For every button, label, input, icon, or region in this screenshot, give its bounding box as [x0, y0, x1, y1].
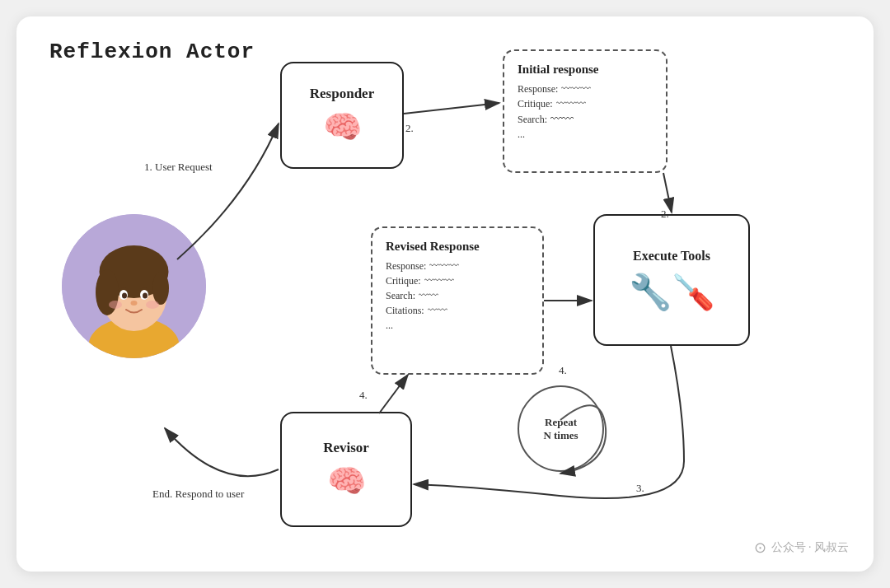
responder-box: Responder 🧠: [280, 62, 404, 169]
initial-response-label: Initial response: [518, 63, 653, 77]
arrow-step4b: 4.: [359, 389, 368, 402]
initial-line-dots: ...: [518, 128, 653, 141]
svg-point-13: [146, 301, 159, 309]
responder-brain-icon: 🧠: [323, 109, 362, 145]
user-avatar: [62, 214, 206, 358]
arrow-step4a: 4.: [559, 364, 567, 377]
arrow-step2a: 2.: [405, 122, 414, 135]
revised-line-search: Search:〰〰: [386, 290, 529, 302]
arrow-step3: 3.: [636, 482, 644, 495]
watermark: ⊙ 公众号 · 风叔云: [754, 539, 850, 557]
initial-line-search: Search:〰〰: [518, 113, 653, 126]
revised-response-box: Revised Response Response:〰〰〰 Critique:〰…: [371, 226, 544, 375]
execute-tools-box: Execute Tools 🔧🪛: [593, 214, 750, 346]
svg-point-11: [131, 301, 138, 306]
repeat-line2: N times: [543, 429, 578, 442]
revised-line-response: Response:〰〰〰: [386, 260, 529, 273]
arrow-user-request: 1. User Request: [144, 161, 213, 174]
revisor-label: Revisor: [323, 440, 369, 456]
initial-response-box: Initial response Response:〰〰〰 Critique:〰…: [503, 49, 668, 173]
repeat-line1: Repeat: [545, 416, 577, 429]
page-title: Reflexion Actor: [49, 40, 255, 64]
revisor-brain-icon: 🧠: [327, 463, 366, 499]
initial-line-critique: Critique:〰〰〰: [518, 98, 653, 110]
tools-icon: 🔧🪛: [629, 272, 714, 312]
svg-point-12: [109, 301, 122, 309]
responder-label: Responder: [310, 86, 374, 102]
arrow-end: End. Respond to user: [152, 488, 244, 501]
revised-line-critique: Critique:〰〰〰: [386, 275, 529, 287]
arrow-step2b: 2.: [661, 208, 669, 221]
svg-point-9: [122, 293, 127, 299]
execute-tools-label: Execute Tools: [633, 249, 710, 264]
revised-line-citations: Citations:〰〰: [386, 305, 529, 317]
svg-point-10: [143, 293, 148, 299]
initial-line-response: Response:〰〰〰: [518, 83, 653, 96]
watermark-text: 公众号 · 风叔云: [771, 540, 850, 555]
revised-line-dots: ...: [386, 320, 529, 332]
svg-point-6: [152, 272, 169, 305]
revisor-box: Revisor 🧠: [280, 412, 412, 527]
revised-response-label: Revised Response: [386, 240, 529, 254]
main-card: Reflexion Actor: [16, 16, 874, 572]
wechat-icon: ⊙: [754, 539, 766, 557]
repeat-circle: Repeat N times: [518, 385, 604, 472]
